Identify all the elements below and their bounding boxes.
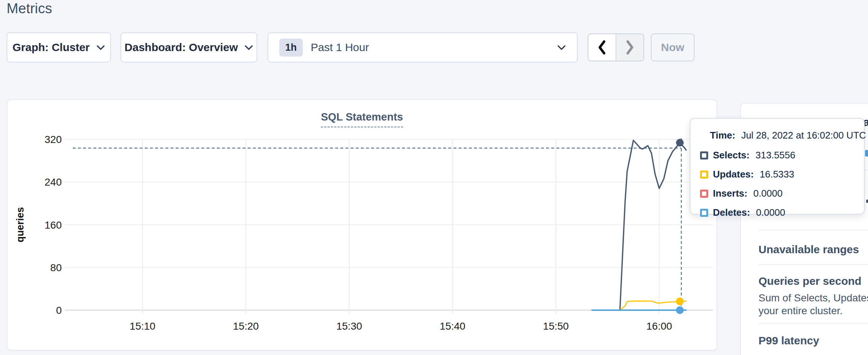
tooltip-series-value: 16.5333 (760, 169, 794, 180)
page-title: Metrics (7, 1, 52, 17)
sidebar-divider (758, 230, 868, 230)
next-timespan-button[interactable] (616, 34, 643, 61)
now-button-label: Now (661, 41, 684, 54)
dashboard-dropdown[interactable]: Dashboard: Overview (121, 32, 257, 62)
tooltip-time-row: Time:Jul 28, 2022 at 16:02:00 UTC (710, 130, 857, 141)
tooltip-time-value: Jul 28, 2022 at 16:02:00 UTC (741, 130, 866, 141)
sql-statements-chart-card[interactable] (7, 99, 717, 351)
clipped-link-fragment (865, 150, 868, 157)
series-swatch-icon (700, 209, 708, 217)
chevron-right-icon (625, 40, 635, 55)
clipped-text-fragment (866, 200, 868, 203)
tooltip-series-label: Selects: (713, 150, 750, 161)
chevron-down-icon (244, 44, 253, 50)
sidebar-divider (758, 323, 868, 324)
chart-title-wrap: SQL Statements (7, 111, 717, 128)
graph-dropdown[interactable]: Graph: Cluster (7, 32, 111, 62)
previous-timespan-button[interactable] (588, 34, 616, 61)
tooltip-series-row: Updates:16.5333 (700, 169, 857, 180)
graph-dropdown-label: Graph: Cluster (12, 41, 90, 54)
sidebar-chart-heading: Unavailable ranges (758, 243, 868, 256)
time-nav-group (588, 33, 644, 61)
clipped-divider-fragment (865, 170, 868, 171)
tooltip-series-label: Deletes: (713, 207, 750, 218)
time-range-label: Past 1 Hour (311, 41, 369, 54)
tooltip-series-value: 0.0000 (753, 188, 783, 199)
tooltip-series-label: Inserts: (713, 188, 747, 199)
sidebar-chart-heading: P99 latency (758, 334, 868, 347)
tooltip-time-label: Time: (710, 130, 735, 141)
chart-hover-tooltip: Time:Jul 28, 2022 at 16:02:00 UTC Select… (690, 118, 865, 215)
chevron-down-icon (96, 44, 105, 50)
tooltip-series-value: 0.0000 (756, 207, 785, 218)
tooltip-series-value: 313.5556 (756, 150, 795, 161)
tooltip-series-row: Inserts:0.0000 (700, 188, 857, 199)
tooltip-series-row: Deletes:0.0000 (700, 207, 857, 218)
series-swatch-icon (700, 190, 708, 198)
sidebar-divider (758, 264, 868, 265)
now-button[interactable]: Now (651, 33, 695, 61)
time-range-dropdown[interactable]: 1h Past 1 Hour (268, 32, 578, 62)
series-swatch-icon (700, 171, 708, 179)
time-range-badge: 1h (279, 39, 303, 57)
chevron-down-icon (557, 44, 566, 50)
chevron-left-icon (597, 40, 607, 55)
sidebar-chart-description: Sum of Selects, Updates, Inseryour entir… (758, 291, 868, 317)
series-swatch-icon (700, 151, 708, 159)
sidebar-chart-heading: Queries per second (758, 275, 868, 288)
dashboard-dropdown-label: Dashboard: Overview (125, 41, 238, 54)
tooltip-series-row: Selects:313.5556 (700, 150, 857, 161)
chart-title[interactable]: SQL Statements (321, 111, 403, 128)
tooltip-series-label: Updates: (713, 169, 754, 180)
